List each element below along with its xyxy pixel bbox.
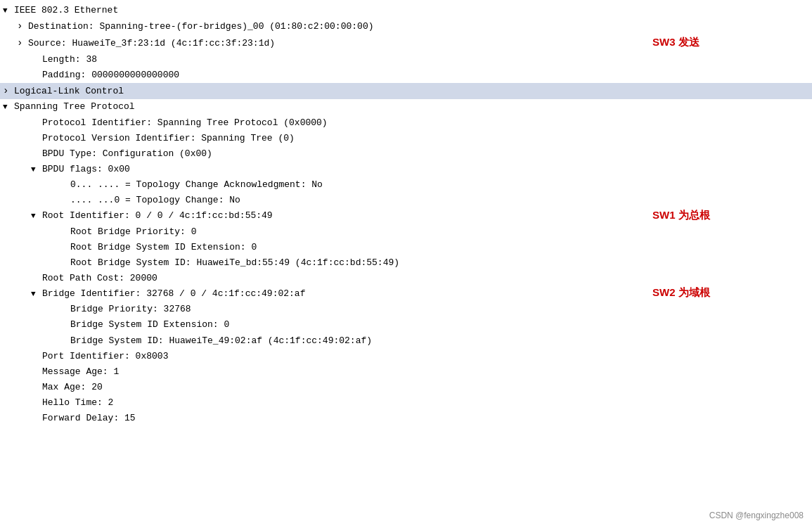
packet-row: Protocol Identifier: Spanning Tree Proto… xyxy=(0,115,812,131)
packet-row: Max Age: 20 xyxy=(0,380,812,395)
packet-row: Root Bridge System ID Extension: 0 xyxy=(0,240,812,255)
packet-row: 0... .... = Topology Change Acknowledgme… xyxy=(0,177,812,193)
packet-row: Message Age: 1 xyxy=(0,364,812,380)
packet-row: Protocol Version Identifier: Spanning Tr… xyxy=(0,131,812,146)
expand-icon[interactable] xyxy=(3,5,14,17)
row-text: Forward Delay: 15 xyxy=(42,411,812,425)
row-text: Protocol Identifier: Spanning Tree Proto… xyxy=(42,116,812,130)
packet-row: Length: 38 xyxy=(0,52,812,68)
row-text: BPDU Type: Configuration (0x00) xyxy=(42,147,812,161)
packet-row: Spanning Tree Protocol xyxy=(0,99,812,115)
row-text: Max Age: 20 xyxy=(42,380,812,394)
packet-row: Hello Time: 2 xyxy=(0,395,812,411)
packet-row: .... ...0 = Topology Change: No xyxy=(0,193,812,208)
packet-row: Destination: Spanning-tree-(for-bridges)… xyxy=(0,18,812,35)
annotation-label-SW3_send: SW3 发送 xyxy=(652,36,700,49)
packet-row: Bridge System ID: HuaweiTe_49:02:af (4c:… xyxy=(0,333,812,349)
expand-icon[interactable] xyxy=(3,101,14,113)
row-text: IEEE 802.3 Ethernet xyxy=(14,4,812,18)
row-text: Length: 38 xyxy=(42,53,812,67)
packet-row: Logical-Link Control xyxy=(0,83,812,100)
row-text: Root Bridge Priority: 0 xyxy=(70,225,812,239)
annotation-label-SW2_region_root: SW2 为域根 xyxy=(652,286,710,300)
expand-icon[interactable] xyxy=(31,164,42,176)
row-text: Bridge System ID: HuaweiTe_49:02:af (4c:… xyxy=(70,334,812,348)
packet-row: BPDU Type: Configuration (0x00) xyxy=(0,146,812,162)
watermark: CSDN @fengxingzhe008 xyxy=(709,511,804,520)
collapse-icon[interactable] xyxy=(17,36,28,51)
row-text: .... ...0 = Topology Change: No xyxy=(70,193,812,207)
collapse-icon[interactable] xyxy=(17,19,28,34)
row-text: Protocol Version Identifier: Spanning Tr… xyxy=(42,132,812,146)
packet-row: Padding: 0000000000000000 xyxy=(0,68,812,83)
packet-row: Forward Delay: 15 xyxy=(0,411,812,426)
packet-row: Bridge System ID Extension: 0 xyxy=(0,317,812,333)
packet-row: Bridge Priority: 32768 xyxy=(0,302,812,317)
packet-row: Port Identifier: 0x8003 xyxy=(0,349,812,364)
row-text: Root Bridge System ID: HuaweiTe_bd:55:49… xyxy=(70,256,812,270)
row-text: Port Identifier: 0x8003 xyxy=(42,349,812,364)
row-text: Bridge System ID Extension: 0 xyxy=(70,318,812,332)
row-text: Bridge Priority: 32768 xyxy=(70,302,812,316)
packet-row: BPDU flags: 0x00 xyxy=(0,162,812,177)
row-text: Message Age: 1 xyxy=(42,365,812,379)
expand-icon[interactable] xyxy=(31,288,42,300)
row-text: Root Path Cost: 20000 xyxy=(42,271,812,286)
row-text: Padding: 0000000000000000 xyxy=(42,68,812,82)
row-text: Logical-Link Control xyxy=(14,84,812,98)
collapse-icon[interactable] xyxy=(3,84,14,99)
row-text: BPDU flags: 0x00 xyxy=(42,162,812,177)
expand-icon[interactable] xyxy=(31,210,42,222)
packet-row: Root Path Cost: 20000 xyxy=(0,271,812,286)
packet-row: Root Bridge System ID: HuaweiTe_bd:55:49… xyxy=(0,255,812,271)
annotation-label-SW1_root: SW1 为总根 xyxy=(652,209,710,222)
row-text: Destination: Spanning-tree-(for-bridges)… xyxy=(28,20,812,34)
row-text: 0... .... = Topology Change Acknowledgme… xyxy=(70,178,812,192)
row-text: Root Bridge System ID Extension: 0 xyxy=(70,240,812,255)
packet-row: Root Bridge Priority: 0 xyxy=(0,224,812,240)
row-text: Spanning Tree Protocol xyxy=(14,100,812,114)
packet-row: IEEE 802.3 Ethernet xyxy=(0,3,812,18)
row-text: Hello Time: 2 xyxy=(42,396,812,410)
